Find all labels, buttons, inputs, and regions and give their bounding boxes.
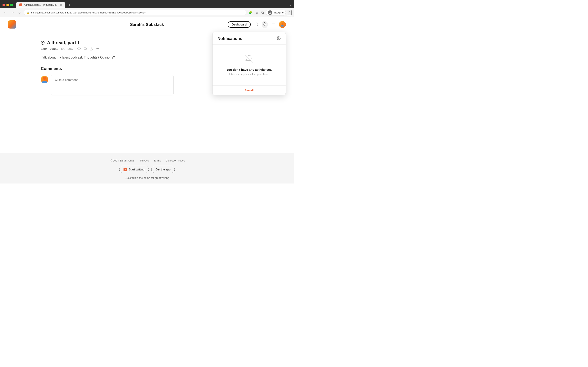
address-bar[interactable]: 🔒 sarahjonas1.substack.com/p/a-thread-pa… (24, 10, 246, 15)
svg-point-5 (282, 23, 283, 25)
post-time: JUST NOW (61, 48, 73, 50)
notifications-footer: See all (213, 85, 286, 95)
close-window-button[interactable] (2, 4, 5, 6)
toolbar-right: 🧩 ☆ ⧉ Incognito ⋮ (248, 9, 292, 16)
substack-link[interactable]: Substack (125, 176, 136, 179)
get-app-button[interactable]: Get the app (151, 166, 175, 173)
no-activity-sub: Likes and replies will appear here. (229, 73, 269, 76)
notifications-header: Notifications (213, 32, 286, 45)
dashboard-button[interactable]: Dashboard (228, 21, 251, 28)
bell-off-icon (245, 55, 253, 65)
notifications-title: Notifications (217, 36, 242, 41)
back-button[interactable]: ← (2, 10, 8, 15)
tagline-post: is the home for great writing (136, 176, 169, 179)
maximize-window-button[interactable] (10, 4, 13, 6)
tab-favicon (19, 3, 22, 6)
see-all-link[interactable]: See all (245, 89, 254, 92)
footer-buttons: ≡ Start Writing Get the app (4, 166, 290, 173)
copyright-text: © 2023 Sarah Jonas (110, 159, 135, 162)
svg-line-11 (245, 55, 253, 62)
notifications-panel: Notifications You don't have any activit… (212, 32, 286, 95)
site-header: Sarah's Substack Dashboard (0, 17, 294, 32)
svg-point-1 (255, 23, 257, 25)
user-avatar[interactable] (279, 21, 286, 28)
incognito-icon (268, 10, 272, 15)
security-lock-icon: 🔒 (27, 11, 30, 14)
bookmark-button[interactable]: ☆ (255, 10, 259, 16)
comment-input[interactable] (51, 75, 173, 95)
site-logo[interactable] (8, 20, 16, 29)
post-title: A thread, part 1 (47, 40, 80, 45)
reload-button[interactable]: ↺ (17, 10, 22, 15)
start-writing-button[interactable]: ≡ Start Writing (119, 166, 149, 173)
notifications-body: You don't have any activity yet. Likes a… (213, 45, 286, 85)
new-tab-button[interactable]: + (67, 3, 72, 7)
browser-toolbar: ← → ↺ 🔒 sarahjonas1.substack.com/p/a-thr… (0, 8, 294, 17)
active-tab[interactable]: A thread, part 1 - by Sarah Jon... × (16, 2, 65, 8)
privacy-link[interactable]: Privacy (140, 159, 149, 162)
tab-close-button[interactable]: × (60, 3, 62, 7)
more-options-button[interactable]: ••• (96, 47, 99, 51)
search-button[interactable] (253, 21, 259, 28)
comment-user-avatar (41, 76, 48, 83)
header-right: Dashboard (228, 21, 286, 28)
post-actions: ••• (77, 47, 99, 51)
notifications-button[interactable] (262, 21, 268, 28)
url-text: sarahjonas1.substack.com/p/a-thread-part… (31, 11, 146, 14)
menu-button[interactable] (270, 21, 277, 28)
svg-point-8 (43, 77, 46, 80)
forward-button[interactable]: → (10, 10, 16, 15)
minimize-window-button[interactable] (6, 4, 9, 6)
footer-links: © 2023 Sarah Jonas · Privacy · Terms · C… (4, 159, 290, 162)
page-content: Sarah's Substack Dashboard A thread, par… (0, 17, 294, 184)
incognito-label: Incognito (274, 11, 284, 14)
collection-notice-link[interactable]: Collection notice (165, 159, 185, 162)
tab-title: A thread, part 1 - by Sarah Jon... (24, 3, 59, 6)
footer: © 2023 Sarah Jonas · Privacy · Terms · C… (0, 153, 294, 184)
tab-manager-button[interactable]: ⌄ (290, 3, 292, 6)
terms-link[interactable]: Terms (154, 159, 161, 162)
footer-tagline: Substack is the home for great writing (4, 176, 290, 179)
tab-manager-button[interactable]: ⧉ (260, 10, 264, 15)
incognito-badge[interactable]: Incognito (266, 9, 286, 16)
svg-point-6 (281, 25, 284, 26)
svg-point-9 (42, 81, 47, 83)
share-button[interactable] (90, 47, 93, 50)
writing-icon: ≡ (123, 167, 127, 171)
notifications-settings-button[interactable] (277, 36, 281, 41)
start-writing-label: Start Writing (129, 168, 145, 171)
extensions-button[interactable]: 🧩 (248, 10, 254, 16)
window-controls (2, 4, 13, 6)
svg-point-0 (270, 12, 271, 13)
site-title: Sarah's Substack (130, 22, 164, 27)
comment-button[interactable] (84, 47, 87, 50)
post-author: SARAH JONAS (41, 48, 58, 50)
browser-more-button[interactable]: ⋮ (287, 10, 292, 15)
like-button[interactable] (77, 47, 81, 50)
svg-point-10 (278, 38, 279, 39)
no-activity-title: You don't have any activity yet. (226, 68, 272, 71)
post-type-icon (41, 41, 44, 45)
